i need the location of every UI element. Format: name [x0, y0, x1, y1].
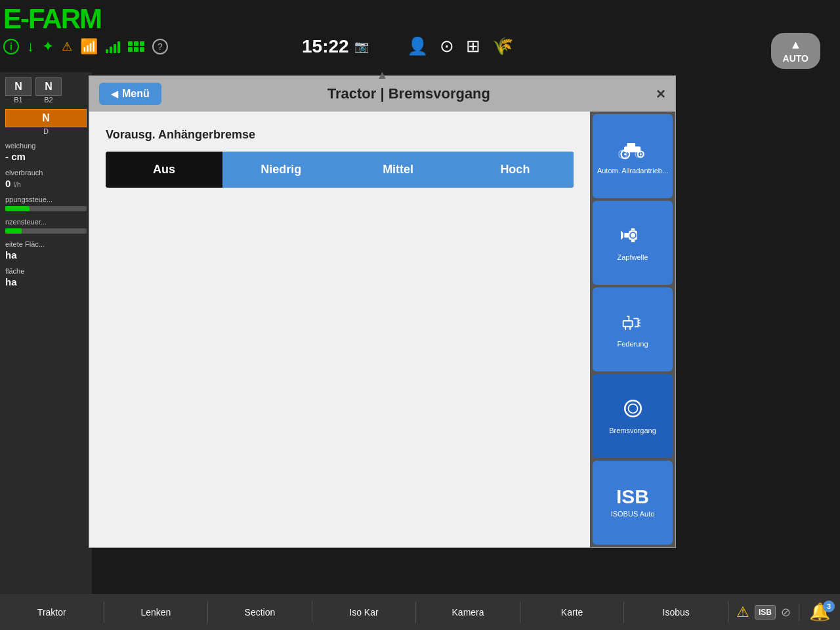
- top-icons-row: i ↓ ✦ ⚠ 📶 ?: [3, 38, 168, 55]
- bell-badge: 3: [823, 600, 835, 612]
- clock-area: 15:22 📷: [302, 36, 369, 57]
- sidebar-value-verbrauch: 0: [5, 178, 10, 189]
- close-button[interactable]: ×: [656, 85, 665, 103]
- menu-arrow-icon: ◀: [111, 89, 118, 99]
- option-mittel[interactable]: Mittel: [340, 152, 457, 188]
- option-aus[interactable]: Aus: [106, 152, 222, 188]
- slash-icon: ⊘: [781, 605, 791, 620]
- auto-button[interactable]: ▲ AUTO: [771, 33, 820, 69]
- sidebar-label-flache: fläche: [5, 267, 87, 275]
- info-icon[interactable]: i: [3, 39, 19, 54]
- svg-point-16: [625, 400, 641, 417]
- download-icon[interactable]: ↓: [27, 38, 34, 55]
- sidebar-label-nzen: nzensteuer...: [5, 218, 87, 226]
- panel-feder-button[interactable]: Federung: [593, 287, 673, 371]
- sidebar-value-flache: ha: [5, 276, 87, 287]
- top-right-icons: 👤 ⊙ ⊞ 🌾: [407, 36, 513, 56]
- nav-icons-group: ⚠ ISB ⊘: [728, 604, 799, 621]
- progress-nzen: [5, 228, 87, 234]
- svg-rect-11: [631, 240, 634, 242]
- sidebar-label-verbrauch: elverbrauch: [5, 169, 87, 177]
- svg-rect-12: [624, 233, 629, 238]
- wifi-icon: 📶: [80, 38, 98, 55]
- svg-point-17: [628, 404, 637, 413]
- user-icon[interactable]: 👤: [407, 36, 428, 56]
- dialog-body: Vorausg. Anhängerbremse Aus Niedrig Mitt…: [89, 112, 675, 547]
- nav-tab-karte[interactable]: Karte: [520, 602, 625, 623]
- svg-rect-13: [623, 321, 632, 327]
- allrad-icon: [618, 137, 648, 163]
- panel-isb-label: ISOBUS Auto: [611, 510, 655, 518]
- sidebar-value-flac: ha: [5, 249, 87, 261]
- sidebar-value-weichung: - cm: [5, 151, 87, 162]
- sidebar-unit-verbrauch: l/h: [13, 180, 21, 188]
- nav-tab-kamera[interactable]: Kamera: [416, 602, 520, 623]
- signal-bars: [106, 40, 120, 53]
- panel-brems-button[interactable]: Bremsvorgang: [593, 374, 673, 458]
- panel-zapf-label: Zapfwelle: [617, 253, 648, 262]
- efarm-logo: E-FARM: [3, 3, 101, 35]
- feder-icon: [618, 310, 648, 337]
- nav-tab-lenken[interactable]: Lenken: [104, 602, 209, 623]
- main-dialog: ▲ ◀ Menü Tractor | Bremsvorgang × Voraus…: [89, 75, 676, 548]
- sidebar-label-weichung: weichung: [5, 142, 87, 150]
- layers-icon[interactable]: ⊞: [466, 36, 480, 56]
- farm-icon[interactable]: 🌾: [492, 36, 513, 56]
- option-bar: Aus Niedrig Mittel Hoch: [106, 152, 574, 188]
- satellite-icon[interactable]: ✦: [42, 38, 54, 55]
- section-label: Vorausg. Anhängerbremse: [106, 128, 574, 142]
- alert-triangle-icon[interactable]: ⚠: [736, 604, 749, 621]
- option-hoch[interactable]: Hoch: [457, 152, 574, 188]
- isb-text-icon: ISB: [616, 487, 649, 507]
- option-niedrig[interactable]: Niedrig: [222, 152, 339, 188]
- svg-rect-3: [627, 143, 635, 148]
- left-sidebar: N B1 N B2 N D weichung - cm elverbrauch …: [0, 72, 92, 610]
- grid-icon[interactable]: [128, 41, 144, 52]
- bottom-nav: Traktor Lenken Section Iso Kar Kamera Ka…: [0, 594, 840, 630]
- gear-d: N D: [5, 109, 87, 135]
- menu-button[interactable]: ◀ Menü: [99, 83, 161, 105]
- panel-brems-label: Bremsvorgang: [609, 427, 656, 435]
- clock-time: 15:22: [302, 36, 349, 57]
- help-icon[interactable]: ?: [152, 39, 168, 54]
- nav-tab-isokar[interactable]: Iso Kar: [312, 602, 417, 623]
- top-bar: E-FARM i ↓ ✦ ⚠ 📶 ? 15:22 📷 👤 ⊙: [0, 0, 840, 72]
- right-panel: Autom. Allradantrieb... Zapfwelle: [590, 112, 675, 547]
- progress-ppung: [5, 206, 87, 211]
- brems-icon: [618, 397, 648, 423]
- panel-isb-button[interactable]: ISB ISOBUS Auto: [593, 461, 673, 545]
- dialog-header: ▲ ◀ Menü Tractor | Bremsvorgang ×: [89, 76, 675, 112]
- zapf-icon: [618, 224, 648, 250]
- camera-icon[interactable]: 📷: [354, 39, 369, 54]
- panel-allrad-button[interactable]: Autom. Allradantrieb...: [593, 114, 673, 198]
- svg-point-4: [624, 153, 627, 156]
- panel-zapf-button[interactable]: Zapfwelle: [593, 201, 673, 285]
- nav-tab-section[interactable]: Section: [208, 602, 312, 623]
- gear-n2: N B2: [35, 77, 62, 104]
- speedometer-icon[interactable]: ⊙: [440, 36, 454, 56]
- nav-tab-isobus[interactable]: Isobus: [624, 602, 728, 623]
- gear-row-1: N B1 N B2: [5, 77, 87, 104]
- nav-tab-traktor[interactable]: Traktor: [0, 602, 104, 623]
- panel-feder-label: Federung: [617, 340, 648, 348]
- bell-container[interactable]: 🔔 3: [799, 602, 840, 622]
- sidebar-label-ppung: ppungssteue...: [5, 196, 87, 203]
- dialog-title: Tractor | Bremsvorgang: [168, 85, 650, 102]
- dialog-content: Vorausg. Anhängerbremse Aus Niedrig Mitt…: [89, 112, 590, 547]
- sidebar-label-flac: eitete Fläc...: [5, 240, 87, 248]
- svg-rect-10: [631, 228, 634, 231]
- warning-icon: ⚠: [62, 39, 72, 54]
- isb-nav-icon[interactable]: ISB: [755, 605, 776, 620]
- panel-allrad-label: Autom. Allradantrieb...: [597, 167, 668, 175]
- gear-n1: N B1: [5, 77, 32, 104]
